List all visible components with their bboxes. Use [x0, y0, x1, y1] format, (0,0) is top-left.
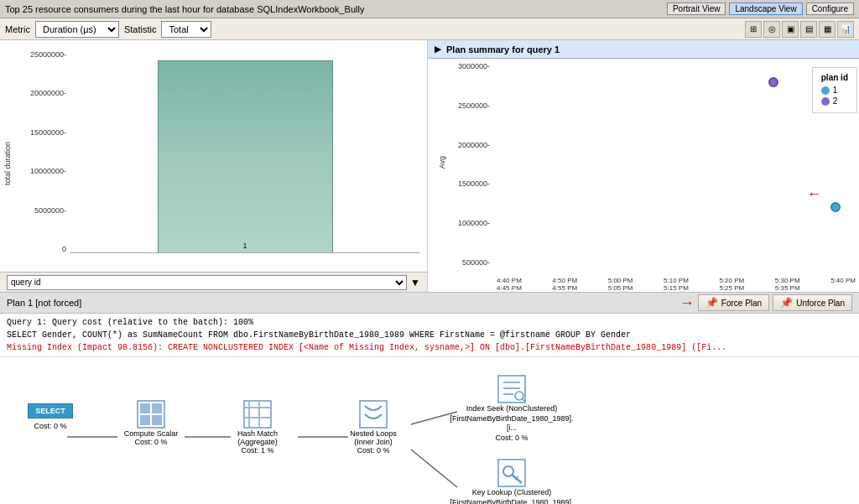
plan-y-5: 1000000- — [458, 219, 490, 227]
bottom-area: Query 1: Query cost (relative to the bat… — [0, 314, 859, 504]
svg-rect-9 — [152, 415, 162, 425]
legend-item-2: 2 — [821, 96, 848, 106]
force-plan-label: Force Plan — [721, 299, 762, 308]
left-chart-area: total duration 25000000- 20000000- 15000… — [0, 40, 427, 272]
plan-y-values: 3000000- 2500000- 2000000- 1500000- 1000… — [443, 59, 493, 292]
plan-y-1: 3000000- — [458, 62, 490, 70]
force-plan-button[interactable]: 📌 Force Plan — [698, 294, 769, 311]
y-axis-label-container: total duration — [0, 47, 15, 272]
plan-x-7: 5:40 PM — [830, 277, 856, 292]
chart-bar — [158, 60, 333, 253]
svg-rect-7 — [140, 415, 150, 425]
query-line-1: Query 1: Query cost (relative to the bat… — [7, 316, 852, 329]
plan-summary-header: ▶ Plan summary for query 1 — [428, 40, 859, 59]
hash-cost: Cost: 1 % — [241, 446, 273, 455]
index-seek-cost: Cost: 0 % — [495, 434, 528, 442]
plan-y-4: 1500000- — [458, 179, 490, 188]
key-lookup-label: Key Lookup (Clustered)[FirstNameByBirthD… — [450, 488, 573, 504]
plan-expand-icon[interactable]: ▶ — [435, 44, 441, 54]
plan-y-6: 500000- — [462, 258, 490, 267]
chart-plot: 1 — [70, 47, 427, 272]
query-line-3: Missing Index (Impact 98.8156): CREATE N… — [7, 341, 852, 354]
legend-dot-1 — [821, 86, 830, 95]
query-id-select[interactable]: query id — [7, 275, 407, 290]
statistic-label: Statistic — [124, 24, 157, 34]
top-bar: Top 25 resource consumers during the las… — [0, 0, 859, 18]
plan-x-1: 4:40 PM4:45 PM — [497, 277, 522, 292]
dropdown-arrow[interactable]: ▼ — [410, 277, 420, 288]
execution-plan-area: SELECT Cost: 0 % Compute Scalar Cost: 0 … — [0, 357, 859, 504]
red-arrow: → — [807, 185, 822, 203]
plan-action-buttons: → 📌 Force Plan 📌 Unforce Plan — [679, 294, 852, 312]
x-axis-row: query id ▼ — [0, 272, 427, 292]
portrait-view-button[interactable]: Portrait View — [667, 3, 726, 15]
statistic-select[interactable]: Total — [161, 21, 211, 38]
key-lookup-icon — [497, 458, 527, 488]
toolbar-icon-2[interactable]: ◎ — [763, 21, 780, 38]
plan-x-labels: 4:40 PM4:45 PM 4:50 PM4:55 PM 5:00 PM5:0… — [493, 277, 859, 292]
toolbar-icon-6[interactable]: 📊 — [837, 21, 854, 38]
plan-legend: plan id 1 2 — [812, 67, 857, 113]
toolbar-icon-1[interactable]: ⊞ — [745, 21, 762, 38]
chart-canvas: 1 — [70, 50, 420, 253]
nested-label: Nested Loops — [350, 429, 397, 438]
plan-dot-teal — [830, 202, 841, 212]
plan-y-2: 2500000- — [458, 101, 490, 110]
query-line-2: SELECT Gender, COUNT(*) as SumNameCount … — [7, 329, 852, 341]
view-buttons: Portrait View Landscape View Configure — [667, 3, 854, 15]
legend-dot-2 — [821, 97, 830, 106]
node-select: SELECT Cost: 0 % — [17, 403, 84, 430]
plan-summary-panel: ▶ Plan summary for query 1 Avg 3000000- … — [428, 40, 859, 292]
plan-plot: → plan id 1 2 — [493, 59, 859, 292]
toolbar-icon-4[interactable]: ▤ — [800, 21, 817, 38]
metric-select[interactable]: Duration (µs) — [35, 21, 119, 38]
toolbar-icon-3[interactable]: ▣ — [782, 21, 799, 38]
metric-bar: Metric Duration (µs) Statistic Total ⊞ ◎… — [0, 18, 859, 40]
plan-x-5: 5:20 PM5:25 PM — [719, 277, 744, 292]
plan-x-3: 5:00 PM5:05 PM — [608, 277, 633, 292]
unforce-plan-button[interactable]: 📌 Unforce Plan — [773, 294, 852, 311]
y-axis-values: 25000000- 20000000- 15000000- 10000000- … — [15, 47, 70, 272]
node-hash-match: Hash Match (Aggregate) Cost: 1 % — [220, 399, 295, 455]
nested-sublabel: (Inner Join) — [354, 438, 393, 446]
y-val-2: 20000000- — [30, 89, 66, 97]
y-axis-label: total duration — [3, 142, 12, 185]
y-val-1: 25000000- — [30, 50, 66, 59]
query-text-area: Query 1: Query cost (relative to the bat… — [0, 314, 859, 357]
plan-x-2: 4:50 PM4:55 PM — [552, 277, 577, 292]
plan-info-row: Plan 1 [not forced] → 📌 Force Plan 📌 Unf… — [0, 292, 859, 314]
plan-chart: Avg 3000000- 2500000- 2000000- 1500000- … — [428, 59, 859, 292]
configure-button[interactable]: Configure — [806, 3, 854, 15]
svg-rect-15 — [360, 401, 387, 428]
compute-cost: Cost: 0 % — [134, 438, 167, 446]
plan-summary-title: Plan summary for query 1 — [446, 44, 560, 55]
index-seek-icon — [497, 374, 527, 404]
index-seek-label: Index Seek (NonClustered)[FirstNameByBir… — [450, 404, 573, 434]
svg-rect-16 — [498, 376, 525, 403]
svg-rect-8 — [152, 403, 162, 413]
force-plan-icon: 📌 — [705, 297, 718, 309]
select-cost: Cost: 0 % — [34, 422, 66, 430]
plan-x-6: 5:30 PM5:35 PM — [775, 277, 800, 292]
y-val-5: 5000000- — [34, 206, 66, 215]
landscape-view-button[interactable]: Landscape View — [729, 3, 802, 15]
plan-x-4: 5:10 PM5:15 PM — [664, 277, 689, 292]
nested-loops-icon — [358, 399, 388, 429]
main-area: total duration 25000000- 20000000- 15000… — [0, 40, 859, 504]
y-val-6: 0 — [62, 245, 66, 253]
app-title: Top 25 resource consumers during the las… — [5, 4, 364, 14]
plan-label: Plan 1 [not forced] — [7, 298, 81, 308]
unforce-plan-label: Unforce Plan — [796, 299, 845, 308]
toolbar-icons: ⊞ ◎ ▣ ▤ ▦ 📊 — [745, 21, 854, 38]
plan-y-3: 2000000- — [458, 141, 490, 149]
x-tick-1: 1 — [242, 242, 247, 250]
toolbar-icon-5[interactable]: ▦ — [819, 21, 836, 38]
select-box: SELECT — [28, 403, 73, 418]
node-key-lookup: Key Lookup (Clustered)[FirstNameByBirthD… — [453, 458, 570, 504]
y-val-4: 10000000- — [30, 167, 66, 175]
legend-item-1: 1 — [821, 86, 848, 95]
legend-label-2: 2 — [833, 96, 838, 106]
node-nested-loops: Nested Loops (Inner Join) Cost: 0 % — [336, 399, 411, 455]
node-index-seek: Index Seek (NonClustered)[FirstNameByBir… — [453, 374, 570, 442]
plan-dot-purple — [768, 77, 778, 87]
